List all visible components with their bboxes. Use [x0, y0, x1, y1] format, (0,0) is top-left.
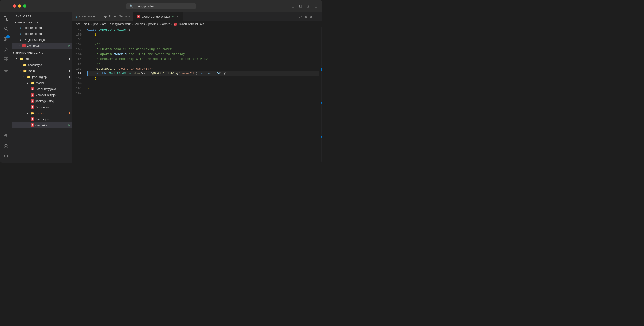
sidebar-item-label-project-settings: Project Settings: [24, 38, 70, 41]
folder-icon-src: 📁: [19, 57, 23, 61]
maximize-button[interactable]: [23, 4, 26, 8]
minimap-marker-1: [321, 68, 322, 71]
customize-icon[interactable]: ⊡: [314, 3, 318, 9]
nav-forward-button[interactable]: →: [40, 3, 45, 9]
titlebar-center: 🔍 spring-petclinic: [126, 3, 196, 9]
extensions-icon: [4, 57, 8, 62]
sidebar-item-label-packageinfo: package-info.j...: [35, 99, 70, 103]
activity-run[interactable]: [2, 44, 11, 54]
sidebar-item-packageinfo[interactable]: J package-info.j...: [12, 98, 72, 104]
close-ownercontroller-icon[interactable]: ✕: [18, 44, 21, 47]
open-editors-label: OPEN EDITORS: [17, 21, 38, 24]
sidebar-toggle-icon[interactable]: ⊟: [290, 3, 295, 9]
breadcrumb-j-icon: J: [174, 22, 176, 25]
breadcrumb-main[interactable]: main: [84, 22, 90, 26]
sidebar-item-model[interactable]: ▾ 📁 model: [12, 80, 72, 86]
sidebar-item-main[interactable]: ▾ 📁 main: [12, 68, 72, 74]
code-line-46: class OwnerController {: [87, 27, 319, 32]
activity-explorer[interactable]: [2, 14, 11, 23]
sidebar-item-namedentity[interactable]: J NamedEntity.ja...: [12, 92, 72, 98]
tab-codebase-md[interactable]: ↓ codebase.md: [72, 12, 101, 21]
sidebar-item-owner-folder[interactable]: ▾ 📂 owner: [12, 110, 72, 116]
activity-docker[interactable]: [2, 131, 11, 141]
code-editor[interactable]: 46 150 151 152 153 154 155 156 157 158 1…: [72, 27, 322, 163]
spring-petclinic-header[interactable]: ▾ SPRING-PETCLINIC: [12, 50, 72, 56]
folder-icon-main: 📁: [23, 69, 27, 73]
tab-project-settings[interactable]: ⊙ Project Settings: [101, 12, 133, 21]
breadcrumb-java[interactable]: java: [94, 22, 98, 26]
line-num-162: 162: [74, 91, 82, 96]
spring-petclinic-chevron: ▾: [13, 51, 14, 54]
sidebar-item-java-org[interactable]: ▾ 📁 java/org/sp...: [12, 74, 72, 80]
code-line-161: }: [87, 86, 319, 91]
line-num-150: 150: [74, 32, 82, 37]
search-bar[interactable]: 🔍 spring-petclinic: [126, 3, 196, 9]
svg-line-3: [7, 29, 8, 31]
java-org-chevron: ▾: [23, 76, 24, 78]
breadcrumb-samples[interactable]: samples: [134, 22, 145, 26]
tab-label-ownercontroller: OwnerController.java: [142, 15, 170, 18]
search-icon: 🔍: [130, 4, 133, 8]
search-activity-icon: [4, 26, 8, 31]
vscode-window: ← → 🔍 spring-petclinic ⊟ ⊟ ⊞ ⊡: [0, 0, 322, 163]
minimize-button[interactable]: [18, 4, 21, 8]
code-content: class OwnerController { } /** * Custom h…: [85, 27, 320, 163]
run-action-icon[interactable]: ▷: [298, 13, 302, 19]
sidebar-item-ownercontroller[interactable]: ✕ J OwnerCo... M: [12, 43, 72, 49]
docker-icon: [4, 133, 8, 139]
sidebar-item-owner-java[interactable]: J Owner.java: [12, 116, 72, 122]
main-layout: 2: [0, 12, 322, 163]
svg-point-4: [5, 37, 6, 38]
breadcrumb-petclinic[interactable]: petclinic: [148, 22, 158, 26]
checkstyle-chevron: ›: [20, 64, 20, 66]
file-icon-j-person: J: [31, 105, 34, 109]
activity-remote[interactable]: [2, 65, 11, 74]
main-chevron: ▾: [20, 70, 21, 72]
breadcrumb-springframework[interactable]: springframework: [110, 22, 130, 26]
sidebar-item-label-ownercontroller-tree: OwnerCo...: [35, 124, 67, 127]
sidebar-item-label-java-org: java/org/sp...: [32, 75, 67, 79]
line-num-158: 158: [74, 71, 82, 76]
sidebar-item-src[interactable]: ▾ 📁 src: [12, 56, 72, 62]
sidebar-item-label-owner-java: Owner.java: [35, 117, 70, 121]
close-button[interactable]: [13, 4, 16, 8]
layout-icon[interactable]: ⊞: [306, 3, 310, 9]
sidebar-item-codebase-md-1[interactable]: ↓ codebase.md (...: [12, 25, 72, 31]
split-right-icon[interactable]: ⊞: [309, 14, 314, 19]
sidebar-item-baseentity[interactable]: J BaseEntity.java: [12, 86, 72, 92]
file-icon-gear: ⊙: [18, 38, 22, 41]
line-num-151: 151: [74, 37, 82, 42]
sidebar-item-checkstyle[interactable]: › 📁 checkstyle: [12, 62, 72, 68]
panel-toggle-icon[interactable]: ⊟: [298, 3, 303, 9]
activity-extensions[interactable]: [2, 55, 11, 64]
sidebar-item-project-settings[interactable]: ⊙ Project Settings: [12, 37, 72, 43]
split-editor-icon[interactable]: ⊟: [304, 14, 308, 19]
line-num-153: 153: [74, 47, 82, 52]
sidebar-item-ownercontroller-tree[interactable]: J OwnerCo... M: [12, 122, 72, 128]
code-line-151: [87, 37, 319, 42]
activity-kubernetes[interactable]: [2, 142, 11, 151]
svg-rect-9: [4, 58, 6, 59]
explorer-icon: [4, 16, 8, 21]
line-num-46: 46: [74, 27, 82, 32]
minimap-marker-3: [321, 136, 322, 138]
activity-search[interactable]: [2, 24, 11, 33]
file-icon-j-baseentity: J: [31, 87, 34, 91]
nav-back-button[interactable]: ←: [32, 3, 38, 9]
more-actions-tab-icon[interactable]: ···: [315, 14, 319, 19]
code-line-155: * @return a ModelMap with the model attr…: [87, 57, 319, 61]
breadcrumb-owner[interactable]: owner: [162, 22, 170, 26]
activity-source-control[interactable]: 2: [2, 34, 11, 44]
breadcrumb-src[interactable]: src: [76, 22, 80, 26]
tab-close-ownercontroller[interactable]: ✕: [176, 15, 179, 18]
open-editors-header[interactable]: ▾ OPEN EDITORS: [12, 20, 72, 25]
activity-refresh[interactable]: [2, 152, 11, 161]
tab-icon-codebase-md: ↓: [76, 15, 77, 18]
sidebar-item-person[interactable]: J Person.java: [12, 104, 72, 110]
tab-ownercontroller[interactable]: J OwnerController.java M ✕: [133, 12, 183, 21]
sidebar-item-codebase-md-2[interactable]: ↓ codebase.md: [12, 31, 72, 37]
svg-rect-1: [6, 18, 8, 20]
breadcrumb-org[interactable]: org: [102, 22, 106, 26]
sidebar-more-actions[interactable]: ···: [66, 14, 68, 18]
breadcrumb-ownercontroller-java[interactable]: OwnerController.java: [178, 22, 204, 26]
